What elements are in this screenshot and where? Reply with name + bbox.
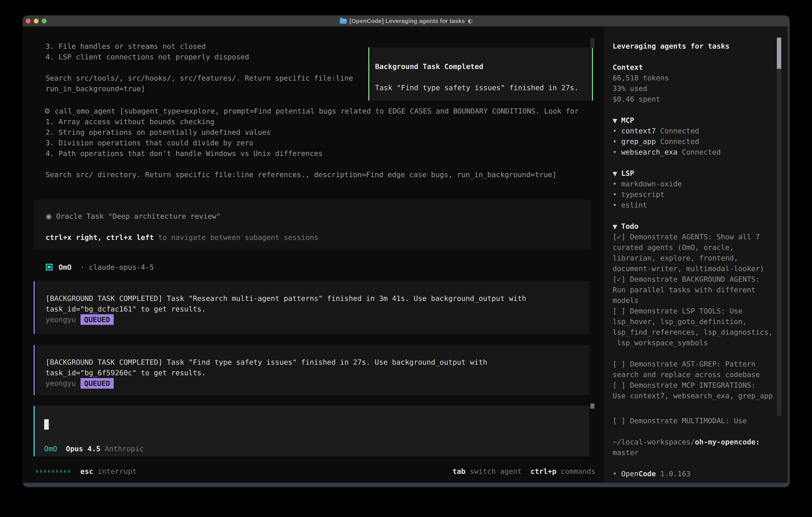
todo-line: [✓] Demonstrate BACKGROUND AGENTS: — [613, 274, 760, 284]
mcp-status: Connected — [660, 127, 699, 135]
tool-call-line: ⚙ call_omo_agent [subagent_type=explore,… — [44, 106, 579, 116]
mcp-name: websearch_exa — [621, 148, 677, 156]
status-badge: QUEUED — [81, 314, 114, 325]
lsp-item: •eslint — [613, 200, 647, 210]
message-border — [34, 345, 35, 395]
message-border — [34, 281, 35, 334]
tool-call-item: 3. Division operations that could divide… — [46, 138, 253, 148]
toast-border-right — [592, 47, 593, 101]
todo-line: Run parallel tasks with different — [613, 284, 755, 295]
hint-text: to navigate between subagent sessions — [158, 233, 318, 242]
message-line: task_id="bg_6f59260c" to get results. — [46, 368, 206, 378]
todo-line: [✓] Demonstrate AGENTS: Show all 7 — [613, 232, 760, 242]
input-provider: Anthropic — [105, 445, 144, 453]
lsp-name: markdown-oxide — [621, 180, 682, 188]
workspace-repo: oh-my-opencode: — [695, 438, 760, 446]
oracle-session-icon: ◉ — [46, 212, 52, 220]
lsp-item: •typescript — [613, 189, 665, 200]
scrollbar-track[interactable] — [590, 38, 594, 48]
hint-key: ctrl+x right, — [46, 233, 102, 242]
text-cursor — [44, 419, 49, 430]
terminal-line: Search src/tools/, src/hooks/, src/featu… — [46, 73, 353, 83]
message-meta: yeongyuQUEUED — [46, 378, 114, 389]
input-model-line: OmO Opus 4.5 Anthropic — [44, 443, 144, 454]
status-badge: QUEUED — [81, 378, 114, 389]
esc-key[interactable]: esc — [80, 467, 93, 475]
todo-line-active: lsp_workspace_symbols — [613, 337, 708, 348]
gear-icon: ⚙ — [44, 107, 50, 115]
esc-label: interrupt — [98, 467, 137, 475]
busy-indicator-icon: ◐ — [468, 18, 472, 24]
bullet-icon: • — [613, 189, 621, 200]
todo-line: Use context7, websearch_exa, grep_app — [613, 390, 773, 401]
todo-line-active: lsp_hover, lsp_goto_definition, — [613, 316, 747, 327]
input-agent-name[interactable]: OmO — [44, 445, 57, 453]
mcp-item: •context7 Connected — [613, 126, 699, 136]
tab-key[interactable]: tab — [453, 467, 466, 475]
todo-line: librarian, explore, frontend, — [613, 253, 738, 263]
workspace-path-line: ~/local-workspaces/oh-my-opencode: — [613, 437, 760, 447]
sidebar-scrollbar-thumb[interactable] — [777, 37, 781, 69]
window-title: [OpenCode] Leveraging agents for tasks — [349, 18, 465, 24]
agent-header: OmO · claude-opus-4-5 — [59, 262, 154, 272]
toast-title: Background Task Completed — [375, 61, 483, 72]
message-line: task_id="bg_dcfac161" to get results. — [46, 304, 206, 314]
lsp-item: •markdown-oxide — [613, 179, 682, 189]
todo-line: [ ] Demonstrate AST-GREP: Pattern — [613, 359, 755, 369]
terminal-line: 4. LSP client connections not properly d… — [46, 52, 249, 62]
lsp-heading: LSP — [621, 169, 634, 177]
title-group: [OpenCode] Leveraging agents for tasks ◐ — [23, 16, 790, 26]
tool-call-item: 1. Array access without bounds checking — [46, 116, 214, 127]
tool-call-item: 2. String operations on potentially unde… — [46, 127, 271, 138]
mcp-section-header[interactable]: ▼MCP — [613, 115, 634, 126]
spinner-dots-icon — [36, 470, 70, 472]
context-spent: $0.46 spent — [613, 94, 660, 104]
commands-label: commands — [561, 467, 596, 475]
lsp-section-header[interactable]: ▼LSP — [613, 168, 634, 179]
terminal-line: 3. File handles or streams not closed — [46, 41, 206, 52]
tool-call-item: 4. Path operations that don't handle Win… — [46, 148, 323, 159]
app-version: 1.0.163 — [656, 470, 690, 478]
oracle-title-line: ◉ Oracle Task "Deep architecture review" — [46, 211, 221, 221]
todo-heading: Todo — [621, 222, 639, 230]
desktop: [OpenCode] Leveraging agents for tasks ◐… — [0, 0, 812, 517]
todo-section-header[interactable]: ▼Todo — [613, 221, 639, 232]
tool-call-tail: Search src/ directory. Return specific f… — [46, 169, 557, 180]
toast-border-left — [368, 47, 370, 101]
context-heading: Context — [613, 62, 643, 73]
mcp-item: •websearch_exa Connected — [613, 147, 721, 157]
workspace-path: ~/local-workspaces/ — [613, 438, 695, 446]
oracle-hint-line: ctrl+x right, ctrl+x left to navigate be… — [46, 232, 318, 243]
todo-line: [ ] Demonstrate MULTIMODAL: Use — [613, 415, 747, 426]
window-bottom-edge — [23, 483, 790, 487]
folder-icon — [340, 19, 347, 24]
sidebar-session-title: Leveraging agents for tasks — [613, 41, 729, 51]
sidebar-scrollbar-track[interactable] — [777, 37, 781, 416]
todo-line: document-writer, multimodal-looker) — [613, 263, 764, 274]
bullet-icon: • — [613, 136, 621, 147]
author-label: yeongyu — [46, 379, 76, 387]
todo-line: curated agents (OmO, oracle, — [613, 242, 734, 253]
agent-icon — [46, 264, 53, 271]
mcp-name: grep_app — [621, 137, 656, 145]
collapse-triangle-icon: ▼ — [613, 221, 621, 232]
mcp-heading: MCP — [621, 116, 634, 124]
commands-key[interactable]: ctrl+p — [530, 467, 556, 475]
bullet-icon: • — [613, 179, 621, 189]
app-name: Open — [621, 470, 639, 478]
titlebar[interactable]: [OpenCode] Leveraging agents for tasks ◐ — [23, 16, 790, 26]
scrollbar-thumb[interactable] — [590, 404, 594, 409]
context-tokens: 66,518 tokens — [613, 73, 669, 83]
todo-line: [ ] Demonstrate MCP INTEGRATIONS: — [613, 380, 755, 390]
hint-key: ctrl+x left — [106, 233, 154, 242]
agent-name: OmO — [59, 263, 71, 271]
input-model-name[interactable]: Opus 4.5 — [66, 445, 100, 453]
message-line: [BACKGROUND TASK COMPLETED] Task "Find t… — [46, 357, 487, 368]
author-label: yeongyu — [46, 316, 76, 324]
bullet-icon: • — [613, 147, 621, 157]
workspace-branch: master — [613, 447, 639, 458]
todo-line: search and replace across codebase — [613, 369, 760, 380]
bullet-icon: • — [613, 468, 621, 479]
collapse-triangle-icon: ▼ — [613, 115, 621, 126]
app-name-bold: Code — [639, 470, 656, 478]
